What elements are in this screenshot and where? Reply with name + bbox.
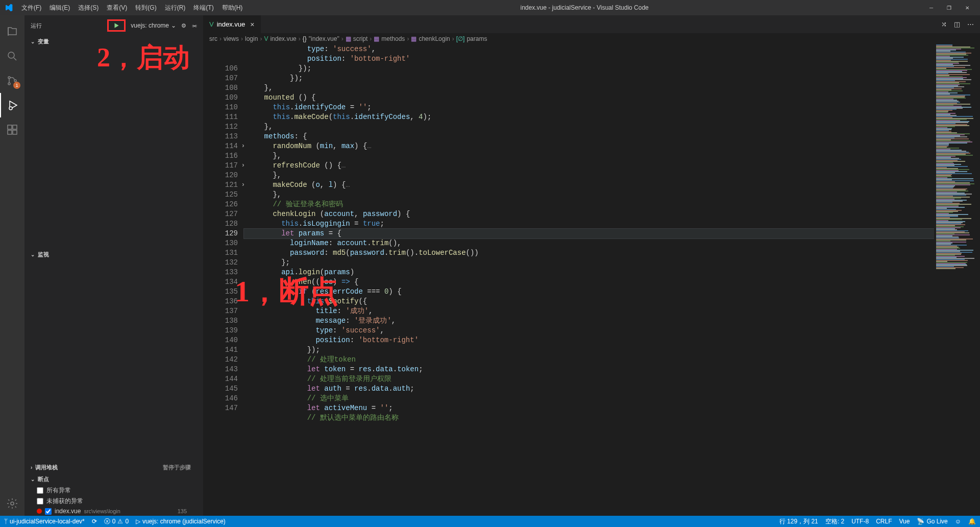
code-line[interactable]: // 默认选中菜单的路由名称 <box>244 413 934 423</box>
code-line[interactable]: chenkLogin (account, password) { <box>244 209 934 219</box>
minimize-button[interactable]: ─ <box>922 0 940 15</box>
split-editor-icon[interactable]: ◫ <box>954 20 960 28</box>
code-line[interactable]: }); <box>244 74 934 83</box>
code-line[interactable]: }); <box>244 345 934 355</box>
bp-checkbox[interactable] <box>45 508 52 515</box>
debug-config-select[interactable]: vuejs: chrome ⌄ <box>131 22 176 29</box>
code-line[interactable]: // 处理token <box>244 355 934 365</box>
sb-sync[interactable]: ⟳ <box>92 518 97 525</box>
code-line[interactable]: mounted () { <box>244 93 934 103</box>
code-line[interactable]: makeCode (o, l) {… <box>244 180 934 190</box>
code-line[interactable]: // 处理当前登录用户权限 <box>244 374 934 384</box>
sb-feedback[interactable]: ☺ <box>955 518 961 525</box>
variables-section[interactable]: ⌄变量 <box>24 36 203 47</box>
bp-checkbox[interactable] <box>37 498 43 505</box>
bp-uncaught[interactable]: 未捕获的异常 <box>24 496 203 507</box>
code-line[interactable]: }, <box>244 190 934 200</box>
gear-icon[interactable]: ⚙ <box>181 22 186 29</box>
code-line[interactable]: message: '登录成功', <box>244 316 934 326</box>
source-control-icon[interactable]: 1 <box>0 68 24 93</box>
bp-checkbox[interactable] <box>37 487 43 494</box>
code-line[interactable]: title: '成功', <box>244 306 934 316</box>
breadcrumb-item[interactable]: Vindex.vue <box>264 35 296 42</box>
menu-terminal[interactable]: 终端(T) <box>189 4 217 12</box>
sb-debug-target[interactable]: ▷ vuejs: chrome (judicialService) <box>136 518 226 525</box>
sb-problems[interactable]: ⓧ 0 ⚠ 0 <box>104 517 129 526</box>
code-line[interactable]: // 选中菜单 <box>244 394 934 403</box>
start-debug-button[interactable] <box>107 19 126 32</box>
code-line[interactable]: randomNum (min, max) {… <box>244 141 934 151</box>
extensions-icon[interactable] <box>0 117 24 142</box>
menu-edit[interactable]: 编辑(E) <box>45 4 74 12</box>
code-line[interactable]: this.makeCode(this.identifyCodes, 4); <box>244 112 934 122</box>
close-icon[interactable]: × <box>250 20 254 29</box>
menu-selection[interactable]: 选择(S) <box>74 4 103 12</box>
explorer-icon[interactable] <box>0 19 24 44</box>
settings-gear-icon[interactable] <box>0 491 24 516</box>
code-line[interactable]: let activeMenu = ''; <box>244 403 934 413</box>
sb-eol[interactable]: CRLF <box>876 518 892 525</box>
breadcrumb-item[interactable]: src <box>209 35 217 42</box>
run-debug-icon[interactable] <box>0 93 24 117</box>
code-line[interactable]: }, <box>244 151 934 161</box>
code-line[interactable]: loginName: account.trim(), <box>244 238 934 248</box>
code-line[interactable]: let params = { <box>244 229 934 238</box>
menu-view[interactable]: 查看(V) <box>103 4 131 12</box>
sb-spaces[interactable]: 空格: 2 <box>825 517 844 526</box>
menu-go[interactable]: 转到(G) <box>131 4 160 12</box>
breadcrumb-item[interactable]: ▦chenkLogin <box>411 35 450 42</box>
code-line[interactable]: refreshCode () {… <box>244 161 934 171</box>
code-editor[interactable]: 106107108109110111112113114›116117›12012… <box>203 44 980 516</box>
code-line[interactable]: position: 'bottom-right' <box>244 54 934 64</box>
breadcrumb-item[interactable]: [∅]params <box>456 35 487 42</box>
breakpoints-section[interactable]: ⌄断点 <box>24 473 203 485</box>
code-line[interactable]: this.isLoggingin = true; <box>244 219 934 229</box>
code-line[interactable]: }, <box>244 122 934 132</box>
bp-all-exceptions[interactable]: 所有异常 <box>24 485 203 496</box>
sb-bell[interactable]: 🔔 <box>968 518 976 525</box>
compare-icon[interactable]: ⤭ <box>941 20 947 28</box>
breadcrumb-item[interactable]: views <box>224 35 239 42</box>
bp-file-item[interactable]: index.vue src\views\login 135 <box>24 507 203 516</box>
debug-console-icon[interactable]: ⫘ <box>191 22 197 29</box>
sb-golive[interactable]: 📡 Go Live <box>917 518 947 525</box>
sb-lang[interactable]: Vue <box>899 518 910 525</box>
code-line[interactable]: type: 'success', <box>244 326 934 336</box>
minimap[interactable] <box>934 44 980 516</box>
code-line[interactable]: }; <box>244 258 934 268</box>
tab-index-vue[interactable]: V index.vue × <box>203 15 261 33</box>
code-line[interactable]: let token = res.data.token; <box>244 365 934 374</box>
more-icon[interactable]: ⋯ <box>967 20 974 28</box>
breadcrumb-item[interactable]: ▦methods <box>374 35 405 42</box>
sb-lncol[interactable]: 行 129，列 21 <box>779 517 818 526</box>
code-line[interactable]: }); <box>244 64 934 74</box>
run-label: 运行 <box>31 22 42 30</box>
menu-file[interactable]: 文件(F) <box>17 4 45 12</box>
code-line[interactable]: position: 'bottom-right' <box>244 336 934 345</box>
code-line[interactable]: if (res.errCode === 0) { <box>244 287 934 297</box>
sb-encoding[interactable]: UTF-8 <box>851 518 869 525</box>
sb-branch[interactable]: ᛘ ui-judicialService-local-dev* <box>4 518 85 525</box>
breadcrumb[interactable]: src›views›login›Vindex.vue›{}"index.vue"… <box>203 33 980 44</box>
close-button[interactable]: ✕ <box>958 0 976 15</box>
code-line[interactable]: this.$notify({ <box>244 297 934 306</box>
menu-run[interactable]: 运行(R) <box>161 4 190 12</box>
code-line[interactable]: password: md5(password.trim().toLowerCas… <box>244 248 934 258</box>
callstack-section[interactable]: ›调用堆栈 暂停于步骤 <box>24 462 203 473</box>
code-line[interactable]: }, <box>244 83 934 93</box>
search-icon[interactable] <box>0 44 24 68</box>
code-line[interactable]: .then((res) => { <box>244 277 934 287</box>
code-line[interactable]: methods: { <box>244 132 934 141</box>
menu-help[interactable]: 帮助(H) <box>218 4 247 12</box>
code-line[interactable]: let auth = res.data.auth; <box>244 384 934 394</box>
breadcrumb-item[interactable]: {}"index.vue" <box>303 35 339 42</box>
code-line[interactable]: this.identifyCode = ''; <box>244 103 934 112</box>
breadcrumb-item[interactable]: ▦script <box>346 35 368 42</box>
code-line[interactable]: api.login(params) <box>244 268 934 277</box>
breadcrumb-item[interactable]: login <box>245 35 258 42</box>
maximize-button[interactable]: ❐ <box>940 0 958 15</box>
code-line[interactable]: }, <box>244 171 934 180</box>
code-line[interactable]: // 验证登录名和密码 <box>244 200 934 209</box>
code-line[interactable]: type: 'success', <box>244 44 934 54</box>
watch-section[interactable]: ⌄监视 <box>24 249 203 260</box>
